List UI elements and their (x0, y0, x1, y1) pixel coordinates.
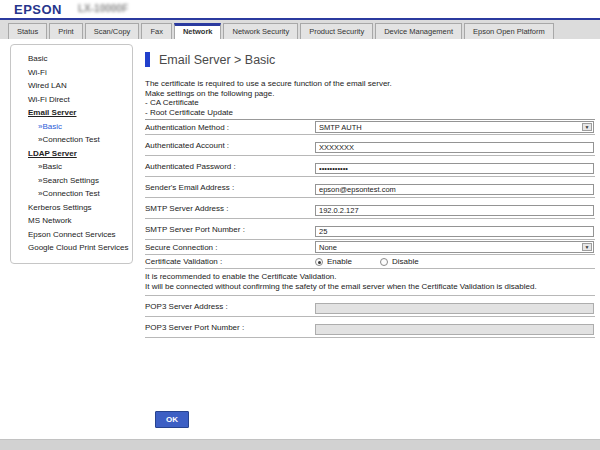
intro-text: The certificate is required to use a sec… (145, 79, 595, 117)
footer-bar (0, 439, 600, 450)
secure-connection-label: Secure Connection : (145, 243, 315, 252)
enable-radio-label: Enable (327, 257, 352, 266)
intro-line: - Root Certificate Update (145, 108, 595, 118)
tab-device-management[interactable]: Device Management (375, 23, 462, 39)
chevron-down-icon[interactable]: ▼ (582, 123, 592, 131)
sidebar-item-wifi[interactable]: Wi-Fi (11, 66, 132, 80)
form-row-pop3-server-address: POP3 Server Address : (145, 296, 595, 317)
intro-line: Make settings on the following page. (145, 89, 595, 99)
form-row-authenticated-password: Authenticated Password : (145, 156, 595, 177)
form-row-certificate-validation: Certificate Validation : Enable Disable (145, 255, 595, 269)
sidebar-item-wired-lan[interactable]: Wired LAN (11, 79, 132, 93)
page-title-row: Email Server > Basic (145, 52, 595, 67)
sidebar-item-kerberos-settings[interactable]: Kerberos Settings (11, 201, 132, 215)
sidebar-item-email-server-connection-test[interactable]: »Connection Test (11, 133, 132, 147)
senders-email-address-input[interactable] (315, 184, 594, 195)
tab-network-security[interactable]: Network Security (223, 23, 298, 39)
tab-scan-copy[interactable]: Scan/Copy (85, 23, 140, 39)
tab-epson-open-platform[interactable]: Epson Open Platform (464, 23, 554, 39)
page-title: Email Server > Basic (159, 53, 275, 67)
epson-web-config-page: EPSON LX-10000F Status Print Scan/Copy F… (0, 0, 600, 450)
tab-fax[interactable]: Fax (141, 23, 172, 39)
sidebar-item-ldap-connection-test[interactable]: »Connection Test (11, 187, 132, 201)
sidebar-item-ldap-search-settings[interactable]: »Search Settings (11, 174, 132, 188)
intro-line: The certificate is required to use a sec… (145, 79, 595, 89)
disable-radio-label: Disable (392, 257, 419, 266)
certificate-validation-note: It is recommended to enable the Certific… (145, 269, 595, 296)
sidebar-item-epson-connect-services[interactable]: Epson Connect Services (11, 228, 132, 242)
main-panel: Email Server > Basic The certificate is … (145, 52, 595, 338)
senders-email-address-label: Sender's Email Address : (145, 183, 315, 192)
header: EPSON LX-10000F (0, 0, 600, 18)
sidebar-section-email-server[interactable]: Email Server (11, 106, 132, 120)
sidebar-item-wifi-direct[interactable]: Wi-Fi Direct (11, 93, 132, 107)
epson-logo: EPSON (14, 2, 62, 17)
authenticated-password-label: Authenticated Password : (145, 162, 315, 171)
form-row-authentication-method: Authentication Method : SMTP AUTH ▼ (145, 120, 595, 135)
disable-radio[interactable] (380, 258, 388, 266)
enable-radio[interactable] (315, 258, 323, 266)
sidebar-item-email-server-basic[interactable]: »Basic (11, 120, 132, 134)
email-server-form: Authentication Method : SMTP AUTH ▼ Auth… (145, 119, 595, 338)
form-row-secure-connection: Secure Connection : None ▼ (145, 240, 595, 255)
chevron-down-icon[interactable]: ▼ (582, 243, 592, 251)
sidebar-nav: Basic Wi-Fi Wired LAN Wi-Fi Direct Email… (10, 44, 133, 264)
sidebar-item-ldap-basic[interactable]: »Basic (11, 160, 132, 174)
sidebar-item-basic[interactable]: Basic (11, 52, 132, 66)
tab-print[interactable]: Print (49, 23, 82, 39)
sidebar-item-google-cloud-print-services[interactable]: Google Cloud Print Services (11, 241, 132, 255)
secure-connection-value: None (319, 243, 337, 252)
form-row-pop3-server-port-number: POP3 Server Port Number : (145, 317, 595, 338)
authenticated-account-label: Authenticated Account : (145, 141, 315, 150)
secure-connection-select[interactable]: None ▼ (315, 241, 594, 253)
pop3-server-address-input (315, 303, 594, 314)
tab-status[interactable]: Status (8, 23, 47, 39)
smtp-server-port-number-input[interactable] (315, 226, 594, 237)
ok-button[interactable]: OK (155, 411, 189, 428)
form-row-smtp-server-address: SMTP Server Address : (145, 198, 595, 219)
note-line: It will be connected without confirming … (145, 282, 595, 292)
sidebar-section-ldap-server[interactable]: LDAP Server (11, 147, 132, 161)
authentication-method-select[interactable]: SMTP AUTH ▼ (315, 121, 594, 133)
pop3-server-port-number-label: POP3 Server Port Number : (145, 323, 315, 332)
authentication-method-value: SMTP AUTH (319, 123, 362, 132)
certificate-validation-label: Certificate Validation : (145, 257, 315, 266)
tab-bar: Status Print Scan/Copy Fax Network Netwo… (0, 20, 600, 39)
form-row-senders-email-address: Sender's Email Address : (145, 177, 595, 198)
form-row-authenticated-account: Authenticated Account : (145, 135, 595, 156)
printer-model-blurred: LX-10000F (78, 3, 128, 14)
authenticated-account-input[interactable] (315, 142, 594, 153)
note-line: It is recommended to enable the Certific… (145, 272, 595, 282)
title-accent-bar (145, 52, 150, 67)
intro-line: - CA Certificate (145, 98, 595, 108)
tab-product-security[interactable]: Product Security (300, 23, 373, 39)
sidebar-item-ms-network[interactable]: MS Network (11, 214, 132, 228)
smtp-server-address-input[interactable] (315, 205, 594, 216)
smtp-server-port-number-label: SMTP Server Port Number : (145, 225, 315, 234)
content-area: Basic Wi-Fi Wired LAN Wi-Fi Direct Email… (0, 39, 600, 439)
pop3-server-address-label: POP3 Server Address : (145, 302, 315, 311)
smtp-server-address-label: SMTP Server Address : (145, 204, 315, 213)
authentication-method-label: Authentication Method : (145, 123, 315, 132)
tab-network[interactable]: Network (174, 23, 222, 39)
certificate-validation-radio-group: Enable Disable (315, 257, 594, 266)
pop3-server-port-number-input (315, 324, 594, 335)
authenticated-password-input[interactable] (315, 163, 594, 174)
form-row-smtp-server-port-number: SMTP Server Port Number : (145, 219, 595, 240)
